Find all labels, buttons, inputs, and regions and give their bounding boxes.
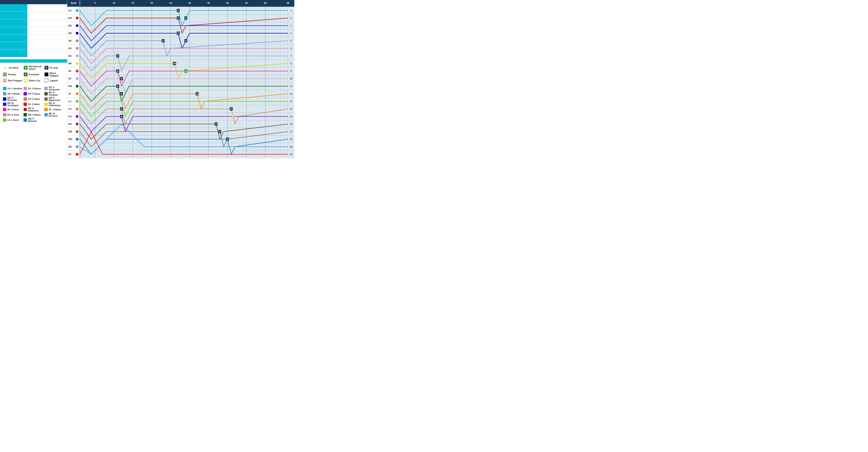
pos-row-NH: NH [67,60,80,67]
fm-color [24,113,27,117]
key-accident: ★ Accident [3,65,23,71]
driver-abbr-DR: DR [68,32,72,34]
driver-key-pg: PG: P Gasly [24,91,43,96]
driver-dot-RG [76,123,79,125]
right-pos-20: 20 [288,151,294,158]
driver-me-name: ME: M Ericsson [49,113,64,117]
driver-key-mv: MV: M Verstappen [3,102,23,107]
mechanical-icon: M [24,66,28,69]
driver-vb-name: VB: V Bottas [7,93,20,95]
driver-key-vb: VB: V Bottas [3,91,23,96]
eo-color [3,113,6,117]
laps-row [0,19,67,27]
driver-dot-EO [76,47,79,50]
vb-color [3,92,6,95]
safety-car-icon [24,79,28,82]
chart-container: Grid 1510152025303540455056 LHKRMVDRVBEO… [67,0,294,158]
svg-text:P: P [227,138,228,141]
driver-fm-name: FM: F Massa [28,114,40,116]
sp-color [3,108,6,111]
pos-row-MV: MV [67,22,80,29]
svg-text:P: P [178,32,179,35]
driver-abbr-KR: KR [68,17,72,19]
red-flagged-icon [3,79,7,82]
excluded-icon: E [24,72,28,76]
black-flagged-icon [44,72,48,76]
driver-dot-FM [76,85,79,87]
race-distance-value [27,42,32,50]
right-pos-17: 17 [288,128,294,135]
right-pos-14: 14 [288,105,294,113]
lap-numbers-header: 1510152025303540455056 [80,0,288,7]
jp-color [44,108,48,111]
right-pos-19: 19 [288,143,294,151]
circuit-length-label [0,34,27,42]
circuit-name-value [27,12,32,19]
race-date-value [27,4,32,11]
svg-text:P: P [215,123,217,125]
key-penalty-label: Penalty [8,73,16,76]
driver-key-ls: LS: L Stroll [3,118,23,122]
driver-key-dr: DR: D Ricciardo [3,97,23,101]
driver-key-section: LH: L Hamilton FA: F Alonso SD: S Vandoo… [0,85,67,124]
right-pos-2: 2 [288,14,294,22]
driver-key-km: KM: K Magnussen [44,97,64,101]
driver-dot-SP [76,70,79,72]
svg-text:P: P [121,78,122,80]
key-content: ★ Accident M Mechanical failure P Pit st… [0,63,67,85]
driver-abbr-LH: LH [68,9,71,12]
lap-record-row [0,50,67,57]
driver-dot-MV [76,24,79,27]
pos-row-LS: LS [67,97,80,105]
driver-sp-name: SP: S Perez [7,109,19,111]
driver-key-me: ME: M Ericsson [44,113,64,117]
laps-label [0,19,27,27]
pos-row-PW: PW [67,135,80,143]
right-pos-5: 5 [288,37,294,44]
driver-dot-LS [76,100,79,102]
cs-color [24,97,27,101]
key-pitstop: P Pit stop [44,65,64,71]
kr-color [24,108,27,111]
circuit-length-row [0,34,67,42]
driver-cs-name: CS: C Sainz [28,98,40,100]
right-pos-18: 18 [288,135,294,143]
fa-color [24,87,27,90]
right-pos-column: 1234567891011121314151617181920 [288,7,294,158]
driver-dot-ME [76,146,79,148]
driver-key-jp: JP: J Palmer [44,107,64,112]
sv-color [24,102,27,106]
driver-abbr-MV: MV [68,24,72,27]
driver-abbr-RG: RG [68,123,72,125]
driver-pg-name: PG: P Gasly [28,93,40,95]
key-red-flagged-label: Red Flagged [8,79,22,82]
driver-dot-JP [76,92,79,95]
driver-key-fm: FM: F Massa [24,113,43,117]
start-time-label [0,27,27,34]
driver-dot-FA [76,78,79,80]
key-lapped: Lapped [44,78,64,83]
driver-lh-name: LH: L Hamilton [7,87,22,90]
svg-text:P: P [117,85,119,88]
driver-abbr-ME: ME [68,146,72,148]
driver-abbr-KM: KM [68,130,72,133]
driver-abbr-LS: LS [68,100,71,102]
svg-text:P: P [219,131,221,133]
right-pos-8: 8 [288,60,294,67]
key-mechanical-label: Mechanical failure [29,65,43,70]
ls-color [3,118,6,122]
driver-key-sd: SD: S Vandoorne [44,86,64,91]
lh-color [3,87,6,90]
right-panel: Grid 1510152025303540455056 LHKRMVDRVBEO… [67,0,294,158]
driver-key-kr: KR: K Raikkonen [24,107,43,112]
driver-mv-name: MV: M Verstappen [7,102,23,107]
pos-row-DR: DR [67,29,80,37]
pos-row-RG: RG [67,120,80,128]
pos-row-FA: FA [67,75,80,82]
start-time-row [0,27,67,34]
pos-row-SP: SP [67,67,80,75]
driver-abbr-SD: SD [68,55,71,57]
key-black-flagged-label: Black Flagged [50,72,64,77]
driver-fa-name: FA: F Alonso [28,87,41,90]
svg-text:★: ★ [80,84,83,88]
